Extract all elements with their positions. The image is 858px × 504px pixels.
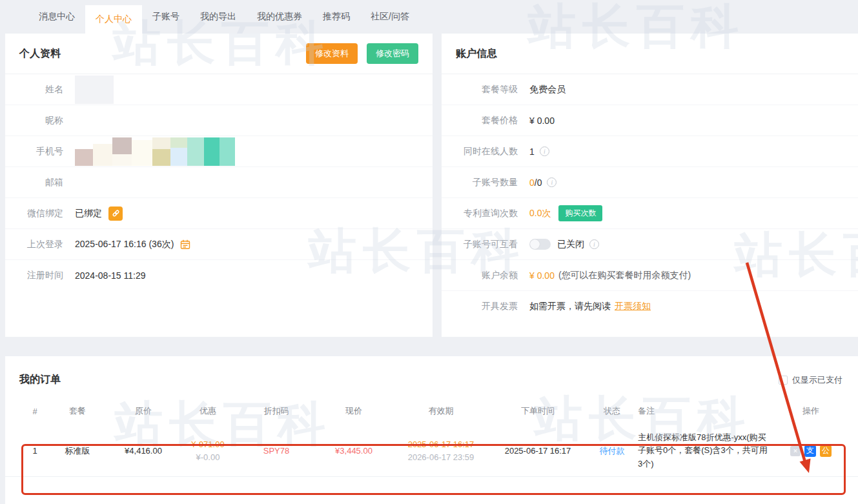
tab-personal-center[interactable]: 个人中心 [85,5,142,34]
last-login-value: 2025-06-17 16:16 (36次) [75,239,174,250]
redacted-name-value [75,76,114,104]
profile-card-header: 个人资料 修改资料 修改密码 [5,34,433,74]
order-remark: 主机侦探标准版78折优惠-yxx(购买子账号0个，套餐(S)含3个，共可用3个) [638,431,775,470]
order-validity: 2025-06-17 16:17 2026-06-17 23:59 [393,438,489,463]
col-coupon: 折扣码 [238,405,315,417]
register-time-label: 注册时间 [10,270,63,281]
redacted-phone-mosaic [75,137,212,166]
order-index: 1 [23,446,46,456]
plan-level-value: 免费会员 [529,84,566,96]
profile-card: 个人资料 修改资料 修改密码 姓名 昵称 手机号 [5,34,433,337]
profile-title: 个人资料 [19,47,61,61]
field-row-nickname: 昵称 [5,105,433,136]
buy-times-button[interactable]: 购买次数 [558,205,602,221]
plan-level-label: 套餐等级 [447,84,518,96]
field-row-wechat: 微信绑定 已绑定 [5,198,433,229]
nickname-label: 昵称 [10,115,63,126]
col-validity: 有效期 [393,405,489,417]
field-row-plan-level: 套餐等级 免费会员 [442,74,858,105]
orders-header: 我的订单 仅显示已支付 [5,356,858,387]
tab-message-center[interactable]: 消息中心 [28,0,85,34]
invoice-notice-link[interactable]: 开票须知 [615,301,651,312]
online-count-label: 同时在线人数 [447,146,518,157]
subaccount-visibility-toggle[interactable] [529,239,551,250]
subaccount-total-value: /0 [535,177,542,188]
order-actions: ✕ 支 公 [775,445,847,457]
order-original-price: ¥4,416.00 [108,446,178,456]
account-card-header: 账户信息 [442,34,858,74]
tab-my-coupons[interactable]: 我的优惠券 [247,0,312,34]
field-row-email: 邮箱 [5,167,433,198]
cancel-order-icon[interactable]: ✕ [790,446,801,456]
balance-value: ¥ 0.00 [529,270,555,281]
email-label: 邮箱 [10,177,63,188]
info-icon[interactable]: i [547,177,557,187]
tab-my-exports[interactable]: 我的导出 [190,0,247,34]
col-remark: 备注 [638,405,775,417]
personal-center-page: 站长百科 站长百科 站长百科 站长百科 站长百科 站长百科 消息中心 个人中心 … [0,0,858,504]
plan-price-value: ¥ 0.00 [529,116,555,126]
orders-table: # 套餐 原价 优惠 折扣码 现价 有效期 下单时间 状态 备注 操作 1 标准… [5,397,858,477]
order-time: 2025-06-17 16:17 [489,446,586,456]
col-original: 原价 [108,405,178,417]
order-discount: ¥-971.00 ¥-0.00 [178,438,238,463]
info-icon[interactable]: i [540,146,549,156]
login-history-calendar-icon[interactable] [180,239,190,250]
register-time-value: 2024-08-15 11:29 [75,270,146,281]
public-invoice-icon[interactable]: 公 [820,445,832,457]
account-title: 账户信息 [456,47,497,61]
last-login-label: 上次登录 [10,239,63,250]
field-row-plan-price: 套餐价格 ¥ 0.00 [442,105,858,136]
col-discount: 优惠 [178,405,238,417]
invoice-text: 如需开票，请先阅读 [529,301,611,312]
field-row-balance: 账户余额 ¥ 0.00 (您可以在购买套餐时用余额支付) [442,260,858,291]
info-icon[interactable]: i [589,239,599,249]
tab-sub-account[interactable]: 子账号 [142,0,190,34]
field-row-patent-queries: 专利查询次数 0.0次 购买次数 [442,198,858,229]
edit-password-button[interactable]: 修改密码 [367,43,418,64]
col-actions: 操作 [775,405,847,417]
subaccount-count-label: 子账号数量 [447,177,518,188]
order-row: 1 标准版 ¥4,416.00 ¥-971.00 ¥-0.00 SPY78 ¥3… [5,425,858,477]
online-count-value: 1 [529,146,535,157]
col-status: 状态 [586,405,638,417]
edit-profile-button[interactable]: 修改资料 [306,43,358,64]
tab-referral-code[interactable]: 推荐码 [312,0,360,34]
field-row-subaccount-count: 子账号数量 0 /0 i [442,167,858,198]
field-row-phone: 手机号 [5,136,433,167]
orders-table-header: # 套餐 原价 优惠 折扣码 现价 有效期 下单时间 状态 备注 操作 [5,397,858,425]
field-row-last-login: 上次登录 2025-06-17 16:16 (36次) [5,229,433,260]
top-tab-bar: 消息中心 个人中心 子账号 我的导出 我的优惠券 推荐码 社区/问答 [0,0,858,34]
phone-label: 手机号 [10,146,63,157]
account-card: 账户信息 套餐等级 免费会员 套餐价格 ¥ 0.00 同时在线人数 1 i 子账… [442,34,858,337]
wechat-link-icon[interactable] [108,207,123,221]
col-order-time: 下单时间 [489,405,586,417]
subaccount-visibility-label: 子账号可互看 [447,239,518,250]
field-row-subaccount-visibility: 子账号可互看 已关闭 i [442,229,858,260]
paid-only-checkbox[interactable] [779,376,788,385]
subaccount-used-value: 0 [529,177,535,188]
subaccount-visibility-value: 已关闭 [557,239,584,250]
balance-note: (您可以在购买套餐时用余额支付) [558,270,691,281]
alipay-pay-icon[interactable]: 支 [804,445,816,457]
col-current: 现价 [315,405,393,417]
plan-price-label: 套餐价格 [447,115,518,126]
paid-only-filter[interactable]: 仅显示已支付 [779,374,843,386]
name-label: 姓名 [10,84,63,96]
patent-queries-value: 0.0次 [529,208,551,219]
tab-community-qa[interactable]: 社区/问答 [360,0,420,34]
orders-card: 我的订单 仅显示已支付 # 套餐 原价 优惠 折扣码 现价 有效期 下单时间 状… [5,356,858,504]
order-status: 待付款 [586,445,638,457]
field-row-invoice: 开具发票 如需开票，请先阅读 开票须知 [442,291,858,322]
order-current-price: ¥3,445.00 [315,446,393,456]
paid-only-label: 仅显示已支付 [792,374,843,386]
invoice-label: 开具发票 [447,301,518,312]
field-row-online-count: 同时在线人数 1 i [442,136,858,167]
col-plan: 套餐 [46,405,108,417]
wechat-bind-value: 已绑定 [75,208,102,219]
wechat-bind-label: 微信绑定 [10,208,63,219]
field-row-name: 姓名 [5,74,433,105]
col-index: # [23,407,46,416]
order-plan: 标准版 [46,445,108,457]
balance-label: 账户余额 [447,270,518,281]
